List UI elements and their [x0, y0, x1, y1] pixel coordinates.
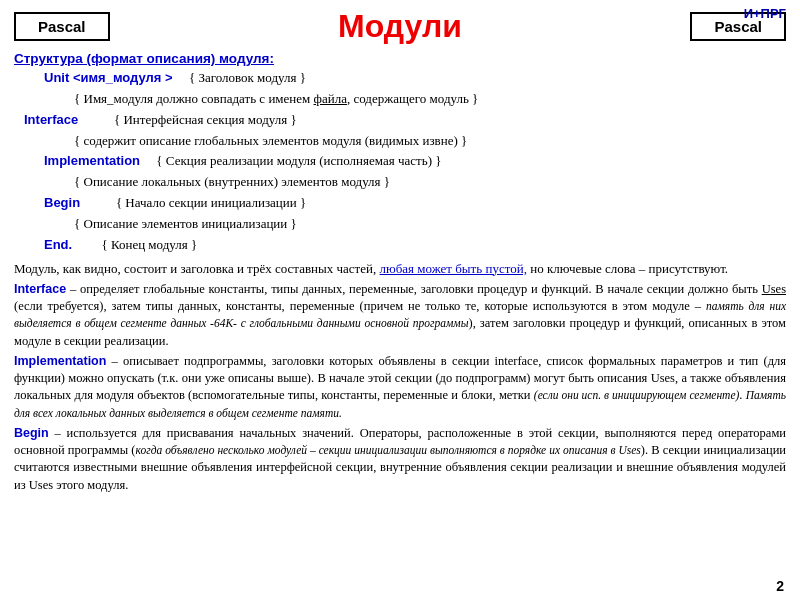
- section-impl-text: – описывает подпрограммы, заголовки кото…: [14, 354, 786, 420]
- section-begin-text: – используется для присвавания начальных…: [14, 426, 786, 492]
- page: И+ПРГ Pascal Модули Pascal Структура (фо…: [0, 0, 800, 600]
- header-row: Pascal Модули Pascal: [14, 8, 786, 45]
- code-line-9: End. { Конец модуля }: [44, 236, 786, 255]
- page-number: 2: [776, 578, 784, 594]
- comment-interface: { Интерфейсная секция модуля }: [81, 112, 296, 127]
- section-interface-text: – определяет глобальные константы, типы …: [14, 282, 786, 348]
- comment-impl2: { Описание локальных (внутренних) элемен…: [74, 174, 390, 189]
- structure-heading: Структура (формат описания) модуля:: [14, 51, 786, 66]
- section-kw-begin: Begin: [14, 426, 49, 440]
- summary-text: Модуль, как видно, состоит и заголовка и…: [14, 261, 376, 276]
- code-line-5: Implementation { Секция реализации модул…: [44, 152, 786, 171]
- code-line-8: { Описание элементов инициализации }: [74, 215, 786, 234]
- code-line-6: { Описание локальных (внутренних) элемен…: [74, 173, 786, 192]
- kw-unit: Unit <имя_модуля >: [44, 70, 173, 85]
- code-line-2: { Имя_модуля должно совпадать с именем ф…: [74, 90, 786, 109]
- section-interface: Interface – определяет глобальные конста…: [14, 281, 786, 350]
- comment-unit: { Заголовок модуля }: [176, 70, 306, 85]
- section-kw-interface: Interface: [14, 282, 66, 296]
- comment-end: { Конец модуля }: [75, 237, 197, 252]
- section-implementation: Implementation – описывает подпрограммы,…: [14, 353, 786, 422]
- comment-impl: { Секция реализации модуля (исполняемая …: [143, 153, 441, 168]
- code-line-7: Begin { Начало секции инициализации }: [44, 194, 786, 213]
- kw-interface: Interface: [24, 112, 78, 127]
- top-right-label: И+ПРГ: [744, 6, 786, 21]
- kw-begin: Begin: [44, 195, 80, 210]
- code-line-3: Interface { Интерфейсная секция модуля }: [24, 111, 786, 130]
- summary-line: Модуль, как видно, состоит и заголовка и…: [14, 260, 786, 278]
- kw-end: End.: [44, 237, 72, 252]
- comment-interface2: { содержит описание глобальных элементов…: [74, 133, 467, 148]
- code-line-1: Unit <имя_модуля > { Заголовок модуля }: [44, 69, 786, 88]
- code-line-4: { содержит описание глобальных элементов…: [74, 132, 786, 151]
- page-title: Модули: [110, 8, 691, 45]
- summary-end: но ключевые слова – присутствуют.: [530, 261, 728, 276]
- section-begin: Begin – используется для присвавания нач…: [14, 425, 786, 494]
- summary-underline: любая может быть пустой,: [380, 261, 527, 276]
- comment-begin: { Начало секции инициализации }: [83, 195, 306, 210]
- pascal-box-left: Pascal: [14, 12, 110, 41]
- comment-begin2: { Описание элементов инициализации }: [74, 216, 297, 231]
- section-kw-impl: Implementation: [14, 354, 106, 368]
- kw-implementation: Implementation: [44, 153, 140, 168]
- comment-unit2: { Имя_модуля должно совпадать с именем ф…: [74, 91, 478, 106]
